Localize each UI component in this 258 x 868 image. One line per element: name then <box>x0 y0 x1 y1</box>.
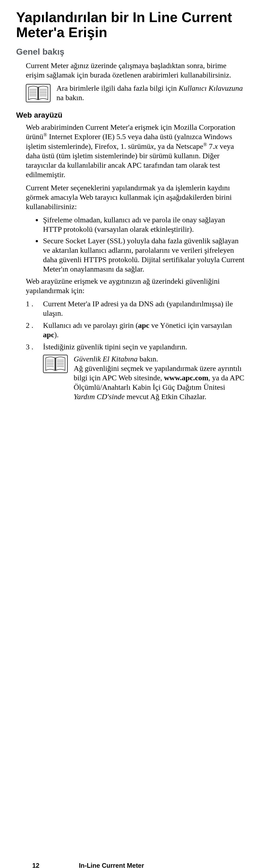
general-paragraph: Current Meter ağınız üzerinde çalışmaya … <box>26 61 245 80</box>
book-icon <box>26 84 50 102</box>
reg-1: ® <box>43 132 47 137</box>
note-user-guide-text: Ara birimlerle ilgili daha fazla bilgi i… <box>57 84 245 102</box>
p1-x2: x <box>215 142 218 151</box>
note-security-guide: Güvenlik El Kitabına bakın. Ağ güvenliği… <box>43 354 245 401</box>
step2-c: ). <box>54 331 59 339</box>
list-item: Şifreleme olmadan, kullanıcı adı ve paro… <box>42 215 245 234</box>
list-item: İstediğiniz güvenlik tipini seçin ve yap… <box>26 342 245 351</box>
note2-rest-c: mevcut Ağ Etkin Cihazlar. <box>125 393 207 401</box>
note-user-guide: Ara birimlerle ilgili daha fazla bilgi i… <box>26 84 245 102</box>
step2-apc2: apc <box>43 331 54 339</box>
reg-2: ® <box>203 142 207 147</box>
step2-b: ve Yönetici için varsayılan <box>149 321 232 330</box>
web-paragraph-2: Current Meter seçeneklerini yapılandırma… <box>26 183 245 211</box>
p1-d: 7. <box>207 142 215 151</box>
note2-b: bakın. <box>138 355 158 363</box>
note1-a: Ara birimlerle ilgili daha fazla bilgi i… <box>57 84 179 92</box>
page-footer: 12 In-Line Current Meter <box>32 862 232 868</box>
page-number: 12 <box>32 862 39 868</box>
section-web-heading: Web arayüzü <box>16 110 245 120</box>
step2-a: Kullanıcı adı ve parolayı girin ( <box>43 321 138 330</box>
note1-c: na bakın. <box>57 93 84 102</box>
web-paragraph-3: Web arayüzüne erişmek ve aygıtınızın ağ … <box>26 276 245 295</box>
note2-site: www.apc.com <box>164 374 208 382</box>
section-general-heading: Genel bakış <box>16 46 245 57</box>
list-item: Kullanıcı adı ve parolayı girin (apc ve … <box>26 320 245 339</box>
protocol-list: Şifreleme olmadan, kullanıcı adı ve paro… <box>42 215 245 274</box>
step2-apc1: apc <box>138 321 149 330</box>
p1-c: , ya da Netscape <box>154 142 203 151</box>
p1-x1: x <box>150 142 154 151</box>
book-icon <box>43 355 68 373</box>
steps-list: Current Meter'a IP adresi ya da DNS adı … <box>26 299 245 351</box>
note1-b: Kullanıcı Kılavuzuna <box>179 84 243 92</box>
page-title: Yapılandırılan bir In Line Current Meter… <box>16 10 245 40</box>
list-item: Secure Socket Layer (SSL) yoluyla daha f… <box>42 236 245 274</box>
web-paragraph-1: Web arabiriminden Current Meter'a erişme… <box>26 122 245 179</box>
footer-title: In-Line Current Meter <box>79 862 144 868</box>
note2-cd: Yardım CD'sinde <box>74 393 125 401</box>
note2-a: Güvenlik El Kitabına <box>74 355 138 363</box>
list-item: Current Meter'a IP adresi ya da DNS adı … <box>26 299 245 318</box>
note-security-text: Güvenlik El Kitabına bakın. Ağ güvenliği… <box>74 354 245 401</box>
